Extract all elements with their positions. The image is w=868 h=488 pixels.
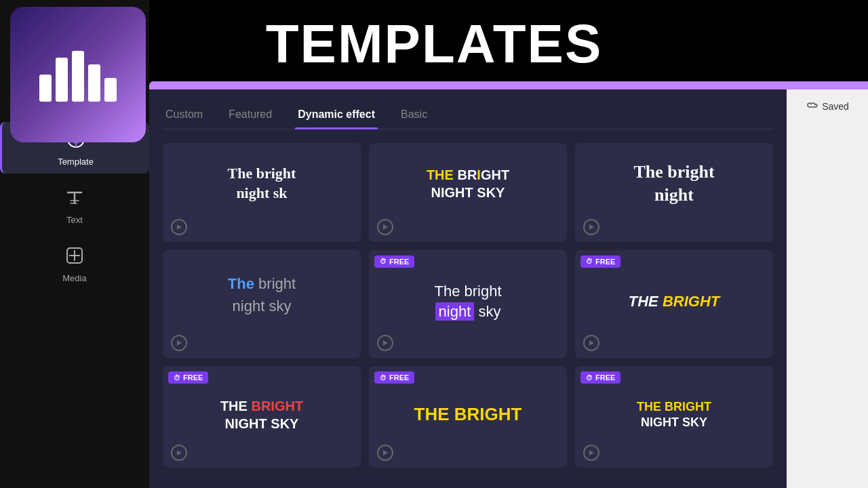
play-button-7[interactable]: [171, 445, 187, 461]
template-card-5[interactable]: ⏱ FREE The brightnight sky: [369, 250, 567, 359]
app-logo: [10, 7, 146, 142]
logo-bar-1: [39, 75, 52, 102]
card-content-5: The brightnight sky: [377, 274, 559, 330]
card-content-6: THE BRIGHT: [583, 274, 765, 330]
main-content: Custom Featured Dynamic effect Basic The…: [149, 89, 868, 488]
free-badge-7: ⏱ FREE: [168, 371, 208, 384]
template-card-7[interactable]: ⏱ FREE THE BRIGHTNIGHT SKY: [163, 366, 361, 468]
card-footer-4: [171, 335, 353, 351]
play-button-9[interactable]: [583, 445, 599, 461]
card-content-7: THE BRIGHTNIGHT SKY: [171, 390, 353, 439]
sidebar-item-media[interactable]: Media: [0, 239, 149, 290]
badge-icon-6: ⏱: [586, 258, 593, 265]
sidebar-item-text[interactable]: Text: [0, 180, 149, 232]
template-card-8[interactable]: ⏱ FREE THE BRIGHT: [369, 366, 567, 468]
tabs-bar: Custom Featured Dynamic effect Basic: [163, 103, 773, 129]
template-card-9[interactable]: ⏱ FREE THE BRIGHT NIGHT SKY: [575, 366, 773, 468]
svg-marker-21: [383, 450, 388, 455]
play-button-3[interactable]: [583, 219, 599, 235]
card-footer-1: [171, 219, 353, 235]
card-content-4: The brightnight sky: [171, 261, 353, 330]
free-badge-8: ⏱ FREE: [374, 371, 414, 384]
card-footer-2: [377, 219, 559, 235]
badge-text-5: FREE: [389, 258, 409, 266]
free-badge-9: ⏱ FREE: [580, 371, 620, 384]
play-button-2[interactable]: [377, 219, 393, 235]
card-content-8: THE BRIGHT: [377, 390, 559, 439]
badge-text-7: FREE: [183, 373, 203, 382]
card-footer-3: [583, 219, 765, 235]
template-card-2[interactable]: THE BRIGHT NIGHT SKY: [369, 143, 567, 242]
templates-panel: Custom Featured Dynamic effect Basic The…: [149, 89, 787, 488]
svg-marker-17: [177, 340, 182, 346]
tab-custom[interactable]: Custom: [163, 103, 205, 129]
text-label: Text: [66, 215, 83, 225]
card-footer-8: [377, 445, 559, 461]
card-content-2: THE BRIGHT NIGHT SKY: [377, 154, 559, 214]
logo-bar-5: [104, 78, 117, 102]
tab-basic[interactable]: Basic: [398, 103, 430, 129]
logo-bar-4: [88, 64, 100, 102]
purple-strip: [149, 81, 868, 89]
logo-bar-2: [56, 58, 68, 102]
template-text-1: The brightnight sk: [228, 164, 296, 203]
card-footer-6: [583, 335, 765, 351]
template-text-5: The brightnight sky: [434, 281, 501, 323]
play-button-8[interactable]: [377, 445, 393, 461]
template-text-4: The brightnight sky: [228, 272, 296, 317]
logo-bars: [39, 47, 117, 102]
tab-dynamic[interactable]: Dynamic effect: [295, 103, 378, 129]
svg-marker-20: [177, 450, 182, 455]
template-text-7: THE BRIGHTNIGHT SKY: [220, 397, 303, 432]
template-text-6: THE BRIGHT: [629, 292, 719, 312]
template-card-6[interactable]: ⏱ FREE THE BRIGHT: [575, 250, 773, 359]
badge-icon-7: ⏱: [174, 374, 180, 382]
free-badge-6: ⏱ FREE: [580, 256, 620, 268]
template-text-9: THE BRIGHT NIGHT SKY: [637, 399, 711, 431]
saved-label: Saved: [822, 101, 849, 112]
play-button-5[interactable]: [377, 335, 393, 351]
svg-marker-18: [383, 340, 388, 346]
template-card-1[interactable]: The brightnight sk: [163, 143, 361, 242]
svg-marker-15: [383, 224, 388, 230]
badge-icon-8: ⏱: [380, 374, 387, 382]
media-icon: [64, 245, 85, 270]
templates-grid: The brightnight sk THE BRIGHT NIGHT SKY: [163, 143, 773, 468]
card-content-9: THE BRIGHT NIGHT SKY: [583, 390, 765, 439]
template-text-3: The brightnight: [633, 161, 714, 207]
logo-bar-3: [72, 51, 84, 102]
svg-marker-22: [589, 450, 594, 455]
template-label: Template: [58, 157, 94, 167]
badge-icon-5: ⏱: [380, 258, 387, 265]
page-title: TEMPLATES: [266, 13, 603, 75]
saved-panel: Saved: [787, 89, 868, 488]
free-badge-5: ⏱ FREE: [374, 256, 414, 268]
svg-marker-19: [589, 340, 594, 346]
cloud-icon: [806, 100, 818, 113]
play-button-4[interactable]: [171, 335, 187, 351]
tab-featured[interactable]: Featured: [226, 103, 275, 129]
badge-icon-9: ⏱: [586, 374, 593, 382]
card-content-1: The brightnight sk: [171, 154, 353, 214]
play-button-1[interactable]: [171, 219, 187, 235]
template-card-3[interactable]: The brightnight: [575, 143, 773, 242]
card-footer-7: [171, 445, 353, 461]
template-card-4[interactable]: The brightnight sky: [163, 250, 361, 359]
media-label: Media: [62, 273, 86, 283]
svg-marker-14: [177, 224, 182, 230]
badge-text-6: FREE: [595, 258, 615, 266]
template-text-8: THE BRIGHT: [414, 403, 522, 426]
svg-marker-16: [589, 224, 594, 230]
text-icon: [64, 187, 85, 212]
play-button-6[interactable]: [583, 335, 599, 351]
card-footer-5: [377, 335, 559, 351]
badge-text-9: FREE: [595, 373, 615, 382]
saved-button[interactable]: Saved: [806, 100, 849, 113]
card-footer-9: [583, 445, 765, 461]
card-content-3: The brightnight: [583, 154, 765, 214]
template-text-2: THE BRIGHT NIGHT SKY: [427, 166, 509, 201]
badge-text-8: FREE: [389, 373, 409, 382]
